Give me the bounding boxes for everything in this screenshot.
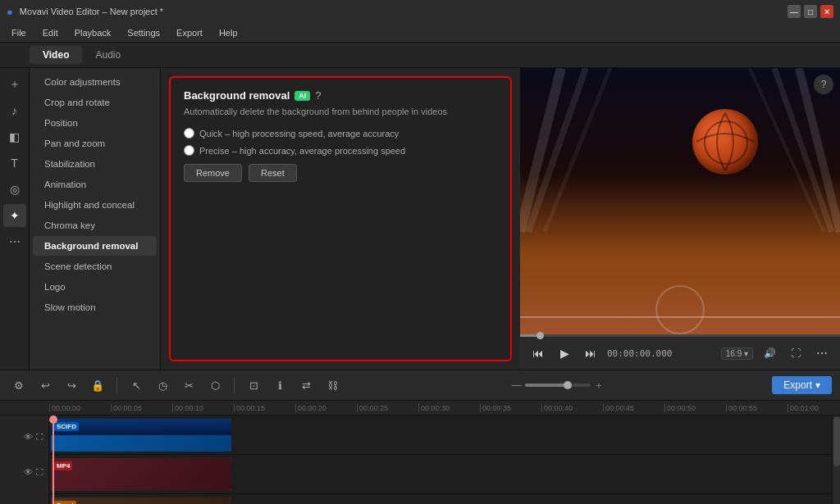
- export-arrow-icon: ▾: [815, 379, 820, 391]
- side-stabilization[interactable]: Stabilization: [33, 154, 157, 174]
- reset-button[interactable]: Reset: [249, 164, 297, 182]
- main-area: ＋ ♪ ◧ T ◎ ✦ ⋯ Color adjustments Crop and…: [0, 68, 840, 370]
- quick-radio[interactable]: [184, 128, 194, 138]
- menu-export[interactable]: Export: [168, 26, 211, 39]
- ruler-mark: 00:01:00: [788, 404, 840, 412]
- precise-option-row: Precise – high accuracy, average process…: [184, 145, 497, 156]
- flip-button[interactable]: ⇄: [295, 375, 317, 396]
- ruler-mark: 00:00:45: [603, 404, 664, 412]
- side-pan-zoom[interactable]: Pan and zoom: [33, 134, 157, 153]
- shield-button[interactable]: ⬡: [204, 375, 226, 396]
- play-button[interactable]: ▶: [555, 343, 574, 363]
- icon-toolbar: ＋ ♪ ◧ T ◎ ✦ ⋯: [0, 68, 30, 370]
- clip-label-1: MP4: [54, 461, 72, 470]
- toolbar-fx-icon[interactable]: ✦: [3, 204, 26, 227]
- trim-button[interactable]: ◷: [152, 375, 173, 396]
- menu-settings[interactable]: Settings: [119, 26, 168, 39]
- zoom-plus-icon[interactable]: ＋: [594, 379, 604, 393]
- precise-radio[interactable]: [184, 145, 194, 156]
- track-clip-0[interactable]: SCIFD: [51, 419, 231, 452]
- link-button[interactable]: ⛓: [322, 375, 343, 396]
- toolbar-add-icon[interactable]: ＋: [3, 73, 26, 96]
- progress-dot: [536, 332, 544, 339]
- help-circle-icon[interactable]: ?: [315, 89, 321, 102]
- cut-button[interactable]: ✂: [178, 375, 199, 396]
- side-crop-rotate[interactable]: Crop and rotate: [33, 93, 157, 112]
- track-eye-1[interactable]: 👁: [24, 467, 33, 477]
- menu-edit[interactable]: Edit: [34, 26, 66, 39]
- volume-button[interactable]: 🔊: [760, 343, 779, 363]
- menu-help[interactable]: Help: [211, 26, 246, 39]
- remove-button[interactable]: Remove: [184, 164, 242, 182]
- side-chroma-key[interactable]: Chroma key: [33, 216, 157, 235]
- title-bar: ● Movavi Video Editor – New project * — …: [0, 0, 840, 23]
- window-controls: — □ ✕: [788, 5, 833, 18]
- side-scene-detection[interactable]: Scene detection: [33, 257, 157, 276]
- playhead: [52, 415, 54, 504]
- preview-frame: [520, 68, 840, 334]
- side-background-removal[interactable]: Background removal: [33, 236, 157, 256]
- ruler-mark: 00:00:20: [295, 404, 357, 412]
- expand-button[interactable]: ⛶: [786, 343, 806, 363]
- forward-button[interactable]: ⏭: [581, 343, 600, 363]
- ruler-marks: 00:00:00 00:00:05 00:00:10 00:00:15 00:0…: [49, 404, 840, 412]
- toolbar-filter-icon[interactable]: ◎: [3, 178, 26, 201]
- separator-2: [234, 377, 235, 393]
- toolbar-transition-icon[interactable]: ◧: [3, 125, 26, 148]
- rewind-button[interactable]: ⏮: [528, 343, 548, 363]
- timeline: 00:00:00 00:00:05 00:00:10 00:00:15 00:0…: [0, 401, 840, 504]
- zoom-slider[interactable]: [525, 384, 591, 387]
- ruler-mark: 00:00:50: [664, 404, 726, 412]
- timeline-tracks: SCIFD MP4 Sport: [49, 415, 840, 504]
- toolbar-text-icon[interactable]: T: [3, 152, 26, 175]
- toolbar-more-icon[interactable]: ⋯: [3, 230, 26, 253]
- settings-button[interactable]: ⚙: [8, 375, 30, 396]
- side-slow-motion[interactable]: Slow motion: [33, 297, 157, 317]
- export-button[interactable]: Export ▾: [772, 376, 832, 394]
- crop-button[interactable]: ⊡: [243, 375, 264, 396]
- ruler-mark: 00:00:25: [357, 404, 418, 412]
- preview-area: ? ⏮ ▶ ⏭ 00:00:00.000 16:9 ▾ 🔊 ⛶ ⋯: [520, 68, 840, 370]
- maximize-button[interactable]: □: [804, 5, 817, 18]
- info-button[interactable]: ℹ: [269, 375, 290, 396]
- action-buttons: Remove Reset: [184, 164, 497, 182]
- toolbar-music-icon[interactable]: ♪: [3, 99, 26, 122]
- side-position[interactable]: Position: [33, 113, 157, 133]
- select-tool-button[interactable]: ↖: [126, 375, 147, 396]
- menu-file[interactable]: File: [3, 26, 34, 39]
- track-row-2: Sport: [49, 494, 840, 504]
- scrollbar-thumb[interactable]: [833, 417, 840, 466]
- clip-label-2: Sport: [54, 501, 76, 505]
- redo-button[interactable]: ↪: [61, 375, 82, 396]
- tab-video[interactable]: Video: [30, 46, 82, 64]
- preview-controls: ⏮ ▶ ⏭ 00:00:00.000 16:9 ▾ 🔊 ⛶ ⋯: [520, 337, 840, 370]
- preview-help-icon[interactable]: ?: [814, 75, 833, 94]
- side-highlight-conceal[interactable]: Highlight and conceal: [33, 195, 157, 215]
- track-eye-0[interactable]: 👁: [24, 432, 33, 442]
- quick-label: Quick – high processing speed, average a…: [199, 129, 399, 138]
- minimize-button[interactable]: —: [788, 5, 801, 18]
- ai-badge: AI: [294, 91, 310, 101]
- aspect-ratio-button[interactable]: 16:9 ▾: [721, 347, 753, 360]
- side-animation[interactable]: Animation: [33, 175, 157, 194]
- ruler-mark: 00:00:15: [234, 404, 295, 412]
- zoom-minus-icon[interactable]: —: [512, 379, 522, 391]
- tab-audio[interactable]: Audio: [82, 46, 134, 64]
- ruler-mark: 00:00:30: [418, 404, 480, 412]
- track-toggle-1[interactable]: ⛶: [36, 468, 43, 476]
- preview-progress-bar[interactable]: [520, 334, 840, 337]
- side-color-adjustments[interactable]: Color adjustments: [33, 72, 157, 92]
- timeline-scrollbar: [832, 415, 840, 504]
- track-clip-1[interactable]: MP4: [51, 458, 231, 491]
- ruler-mark: 00:00:55: [726, 404, 788, 412]
- tab-bar: Video Audio: [0, 43, 840, 68]
- lock-button[interactable]: 🔒: [87, 375, 108, 396]
- basketball-lines-svg: [692, 109, 758, 175]
- menu-playback[interactable]: Playback: [66, 26, 120, 39]
- close-button[interactable]: ✕: [820, 5, 833, 18]
- undo-button[interactable]: ↩: [34, 375, 56, 396]
- track-toggle-0[interactable]: ⛶: [36, 433, 43, 441]
- more-options-button[interactable]: ⋯: [812, 343, 832, 363]
- track-clip-2[interactable]: Sport: [51, 497, 231, 505]
- side-logo[interactable]: Logo: [33, 277, 157, 297]
